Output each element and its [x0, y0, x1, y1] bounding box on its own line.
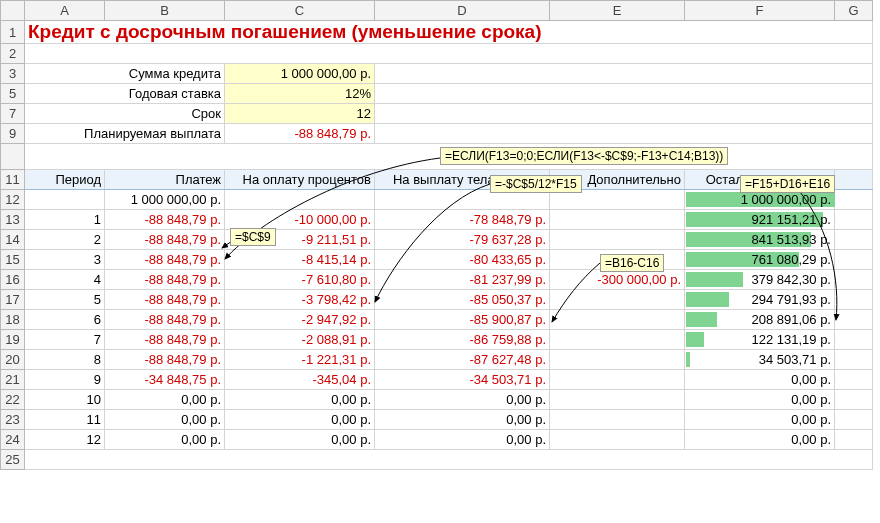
value-planned[interactable]: -88 848,79 р. — [225, 124, 375, 144]
row-header-1[interactable]: 1 — [1, 21, 25, 44]
label-planned[interactable]: Планируемая выплата — [25, 124, 225, 144]
cell-A13[interactable]: 1 — [25, 210, 105, 230]
cell-C15[interactable]: -8 415,14 р. — [225, 250, 375, 270]
cell-D24[interactable]: 0,00 р. — [375, 430, 550, 450]
cell-A20[interactable]: 8 — [25, 350, 105, 370]
row-header-15[interactable]: 15 — [1, 250, 25, 270]
row-header-12[interactable]: 12 — [1, 190, 25, 210]
empty-cell[interactable] — [25, 44, 873, 64]
cell-B14[interactable]: -88 848,79 р. — [105, 230, 225, 250]
row-header-2[interactable]: 2 — [1, 44, 25, 64]
cell-E21[interactable] — [550, 370, 685, 390]
cell-F24[interactable]: 0,00 р. — [685, 430, 835, 450]
cell-A14[interactable]: 2 — [25, 230, 105, 250]
cell-A22[interactable]: 10 — [25, 390, 105, 410]
cell-C21[interactable]: -345,04 р. — [225, 370, 375, 390]
cell-C23[interactable]: 0,00 р. — [225, 410, 375, 430]
row-header-13[interactable]: 13 — [1, 210, 25, 230]
cell-F15[interactable]: 761 080,29 р. — [685, 250, 835, 270]
cell-C13[interactable]: -10 000,00 р. — [225, 210, 375, 230]
row-header-14[interactable]: 14 — [1, 230, 25, 250]
cell-E16[interactable]: -300 000,00 р. — [550, 270, 685, 290]
cell-A18[interactable]: 6 — [25, 310, 105, 330]
col-header-B[interactable]: B — [105, 1, 225, 21]
cell-C24[interactable]: 0,00 р. — [225, 430, 375, 450]
col-header-F[interactable]: F — [685, 1, 835, 21]
col-header-A[interactable]: A — [25, 1, 105, 21]
col-header-G[interactable]: G — [835, 1, 873, 21]
cell-B17[interactable]: -88 848,79 р. — [105, 290, 225, 310]
cell-F20[interactable]: 34 503,71 р. — [685, 350, 835, 370]
cell-C20[interactable]: -1 221,31 р. — [225, 350, 375, 370]
cell-E18[interactable] — [550, 310, 685, 330]
cell-B18[interactable]: -88 848,79 р. — [105, 310, 225, 330]
cell-E23[interactable] — [550, 410, 685, 430]
input-term[interactable]: 12 — [225, 104, 375, 124]
row-header-blank[interactable] — [1, 144, 25, 170]
cell-B24[interactable]: 0,00 р. — [105, 430, 225, 450]
row-header-22[interactable]: 22 — [1, 390, 25, 410]
row-header-16[interactable]: 16 — [1, 270, 25, 290]
cell-A17[interactable]: 5 — [25, 290, 105, 310]
column-header-row[interactable]: A B C D E F G — [1, 1, 873, 21]
cell-F22[interactable]: 0,00 р. — [685, 390, 835, 410]
cell-F19[interactable]: 122 131,19 р. — [685, 330, 835, 350]
cell-F21[interactable]: 0,00 р. — [685, 370, 835, 390]
cell-F13[interactable]: 921 151,21 р. — [685, 210, 835, 230]
cell-C19[interactable]: -2 088,91 р. — [225, 330, 375, 350]
col-header-D[interactable]: D — [375, 1, 550, 21]
row-header-9[interactable]: 9 — [1, 124, 25, 144]
cell-E20[interactable] — [550, 350, 685, 370]
row-header-19[interactable]: 19 — [1, 330, 25, 350]
hdr-payment[interactable]: Платеж — [105, 170, 225, 190]
cell-A23[interactable]: 11 — [25, 410, 105, 430]
cell-D14[interactable]: -79 637,28 р. — [375, 230, 550, 250]
cell-D21[interactable]: -34 503,71 р. — [375, 370, 550, 390]
label-term[interactable]: Срок — [25, 104, 225, 124]
cell-F18[interactable]: 208 891,06 р. — [685, 310, 835, 330]
spreadsheet-grid[interactable]: A B C D E F G 1 Кредит с досрочным погаш… — [0, 0, 873, 470]
cell-A21[interactable]: 9 — [25, 370, 105, 390]
cell-D20[interactable]: -87 627,48 р. — [375, 350, 550, 370]
cell-C17[interactable]: -3 798,42 р. — [225, 290, 375, 310]
select-all-corner[interactable] — [1, 1, 25, 21]
label-sum[interactable]: Сумма кредита — [25, 64, 225, 84]
cell-F16[interactable]: 379 842,30 р. — [685, 270, 835, 290]
title-cell[interactable]: Кредит с досрочным погашением (уменьшени… — [25, 21, 873, 44]
row-header-20[interactable]: 20 — [1, 350, 25, 370]
cell-D13[interactable]: -78 848,79 р. — [375, 210, 550, 230]
cell-D22[interactable]: 0,00 р. — [375, 390, 550, 410]
cell-E22[interactable] — [550, 390, 685, 410]
row-header-3[interactable]: 3 — [1, 64, 25, 84]
cell-B13[interactable]: -88 848,79 р. — [105, 210, 225, 230]
cell-A16[interactable]: 4 — [25, 270, 105, 290]
cell-F14[interactable]: 841 513,93 р. — [685, 230, 835, 250]
cell-B21[interactable]: -34 848,75 р. — [105, 370, 225, 390]
cell-A24[interactable]: 12 — [25, 430, 105, 450]
cell-B20[interactable]: -88 848,79 р. — [105, 350, 225, 370]
cell-B12[interactable]: 1 000 000,00 р. — [105, 190, 225, 210]
row-header-24[interactable]: 24 — [1, 430, 25, 450]
cell-D15[interactable]: -80 433,65 р. — [375, 250, 550, 270]
cell-E17[interactable] — [550, 290, 685, 310]
row-header-23[interactable]: 23 — [1, 410, 25, 430]
row-header-18[interactable]: 18 — [1, 310, 25, 330]
cell-D23[interactable]: 0,00 р. — [375, 410, 550, 430]
cell-D16[interactable]: -81 237,99 р. — [375, 270, 550, 290]
hdr-interest[interactable]: На оплату процентов — [225, 170, 375, 190]
cell-A15[interactable]: 3 — [25, 250, 105, 270]
hdr-period[interactable]: Период — [25, 170, 105, 190]
cell-D18[interactable]: -85 900,87 р. — [375, 310, 550, 330]
row-header-21[interactable]: 21 — [1, 370, 25, 390]
cell-C16[interactable]: -7 610,80 р. — [225, 270, 375, 290]
cell-B22[interactable]: 0,00 р. — [105, 390, 225, 410]
cell-E19[interactable] — [550, 330, 685, 350]
row-header-11[interactable]: 11 — [1, 170, 25, 190]
cell-C18[interactable]: -2 947,92 р. — [225, 310, 375, 330]
cell-E24[interactable] — [550, 430, 685, 450]
cell-A19[interactable]: 7 — [25, 330, 105, 350]
cell-B16[interactable]: -88 848,79 р. — [105, 270, 225, 290]
cell-F23[interactable]: 0,00 р. — [685, 410, 835, 430]
row-header-25[interactable]: 25 — [1, 450, 25, 470]
cell-E14[interactable] — [550, 230, 685, 250]
